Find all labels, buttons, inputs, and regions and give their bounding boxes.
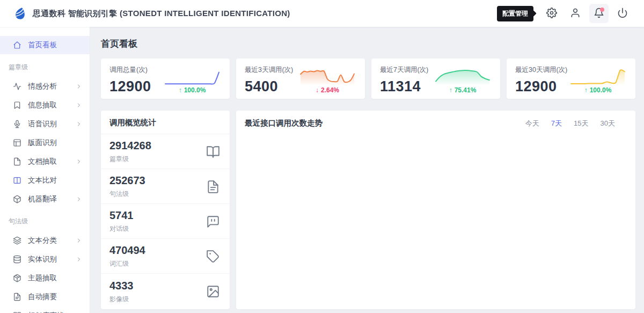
overview-row-text: 252673句法级 <box>109 174 145 199</box>
stat-card-value: 5400 <box>245 78 293 95</box>
header-actions: 配置管理 <box>497 4 632 23</box>
overview-label: 句法级 <box>109 190 145 199</box>
overview-label: 影像级 <box>109 295 134 304</box>
overview-row-text: 2914268篇章级 <box>109 140 151 164</box>
overview-row-text: 5741对话级 <box>109 209 134 234</box>
overview-row-text: 470494词汇级 <box>109 244 145 268</box>
message-icon <box>206 215 220 229</box>
overview-panel: 调用概览统计 2914268篇章级252673句法级5741对话级470494词… <box>101 111 230 309</box>
sidebar-item[interactable]: 主题抽取 <box>0 269 90 287</box>
chart-filter-30天[interactable]: 30天 <box>601 119 615 128</box>
trend-arrow-icon: ↑ <box>584 86 588 94</box>
chevron-right-icon <box>76 121 82 127</box>
app-title: 思通数科 智能识别引擎 (STONEDT INTELLIGENT IDENTIF… <box>33 9 290 19</box>
file-text-icon <box>206 180 220 194</box>
sidebar-section-label: 句法级 <box>0 209 90 231</box>
app-header: 思通数科 智能识别引擎 (STONEDT INTELLIGENT IDENTIF… <box>0 0 644 27</box>
stat-card-trend: ↓2.64% <box>316 86 339 94</box>
sidebar-item[interactable]: 信息抽取 <box>0 96 90 114</box>
book-open-icon <box>206 145 220 159</box>
chevron-right-icon <box>76 196 82 202</box>
chart-filter-7天[interactable]: 7天 <box>551 119 562 128</box>
mic-icon <box>13 120 21 128</box>
overview-row: 5741对话级 <box>101 204 230 239</box>
layers-icon <box>13 236 21 245</box>
overview-label: 篇章级 <box>109 155 151 164</box>
trend-chart-panel: 最近接口调用次数走势 今天7天15天30天 0次500次1000次1500次20… <box>236 111 635 309</box>
sidebar-item-label: 主题抽取 <box>28 273 57 283</box>
overview-row: 470494词汇级 <box>101 239 230 274</box>
settings-button[interactable] <box>542 4 561 23</box>
sidebar-item-label: 信息抽取 <box>28 100 57 110</box>
stat-card: 最近30天调用(次)12900↑100.0% <box>507 59 635 99</box>
activity-icon <box>13 82 21 91</box>
sidebar-item-label: 情感分析 <box>28 82 57 91</box>
file-text-icon <box>13 293 21 301</box>
stat-card-trend: ↑100.0% <box>584 86 612 94</box>
stat-card-trend: ↑75.41% <box>449 86 477 94</box>
stat-card-sparkline: ↑75.41% <box>434 65 492 93</box>
chart-period-filters: 今天7天15天30天 <box>525 119 627 128</box>
app-logo-icon <box>14 7 27 20</box>
stat-card: 最近3天调用(次)5400↓2.64% <box>236 59 365 99</box>
layout-icon <box>13 139 21 147</box>
trend-percent: 2.64% <box>321 86 339 94</box>
sidebar-item[interactable]: 情感分析 <box>0 77 90 96</box>
overview-value: 470494 <box>109 244 145 257</box>
sidebar-item[interactable]: 版面识别 <box>0 134 90 152</box>
chart-filter-15天[interactable]: 15天 <box>574 119 588 128</box>
logout-button[interactable] <box>613 4 632 23</box>
stat-card-sparkline: ↓2.64% <box>298 65 356 93</box>
chevron-right-icon <box>76 237 82 244</box>
stat-card-label: 最近30天调用(次) <box>515 65 567 75</box>
bookmark-icon <box>13 101 21 110</box>
sidebar-item[interactable]: 首页看板 <box>0 36 90 54</box>
chevron-right-icon <box>76 102 82 108</box>
sidebar-item-label: 自动摘要 <box>28 292 57 302</box>
overview-value: 4333 <box>109 280 134 292</box>
sidebar-item[interactable]: 实体识别 <box>0 250 90 268</box>
columns-icon <box>13 176 21 185</box>
stat-card-sparkline: ↑100.0% <box>569 65 627 93</box>
stat-card: 调用总量(次)12900↑100.0% <box>101 59 230 99</box>
package-icon <box>13 274 21 282</box>
overview-value: 2914268 <box>109 140 151 152</box>
sidebar-item[interactable]: 文本分类 <box>0 231 90 250</box>
stat-card-left: 最近30天调用(次)12900 <box>515 65 567 93</box>
sidebar-item[interactable]: 文本比对 <box>0 171 90 190</box>
sidebar-item-label: 文本分类 <box>28 236 57 245</box>
sidebar-item-label: 文本比对 <box>28 176 57 185</box>
sidebar-item[interactable]: 相似度查找 <box>0 307 90 313</box>
overview-panel-title: 调用概览统计 <box>101 111 230 134</box>
sidebar-item[interactable]: 语音识别 <box>0 115 90 133</box>
settings-icon <box>546 8 557 20</box>
overview-row: 4333影像级 <box>101 274 230 309</box>
file-icon <box>13 157 21 166</box>
chart-filter-今天[interactable]: 今天 <box>525 119 539 128</box>
sidebar-item-label: 首页看板 <box>28 40 57 50</box>
chevron-right-icon <box>76 158 82 165</box>
overview-row-text: 4333影像级 <box>109 280 134 304</box>
trend-chart: 0次500次1000次1500次2000次2500次2024-11-14日202… <box>245 129 627 304</box>
stat-card: 最近7天调用(次)11314↑75.41% <box>371 59 500 99</box>
sidebar-item[interactable]: 自动摘要 <box>0 288 90 306</box>
user-icon <box>570 8 581 20</box>
stat-card-left: 调用总量(次)12900 <box>109 65 151 93</box>
trend-chart-svg: 0次500次1000次1500次2000次2500次2024-11-14日202… <box>245 129 627 294</box>
overview-label: 词汇级 <box>109 259 145 268</box>
chart-title: 最近接口调用次数走势 <box>245 118 323 128</box>
stat-card-left: 最近7天调用(次)11314 <box>380 65 428 93</box>
user-button[interactable] <box>566 4 585 23</box>
stat-card-value: 12900 <box>109 78 151 95</box>
overview-label: 对话级 <box>109 224 134 234</box>
notifications-button[interactable] <box>589 4 609 23</box>
sidebar: 首页看板篇章级情感分析信息抽取语音识别版面识别文档抽取文本比对机器翻译句法级文本… <box>0 27 90 313</box>
trend-percent: 75.41% <box>455 86 477 94</box>
tag-icon <box>206 250 220 264</box>
sidebar-item[interactable]: 机器翻译 <box>0 190 90 208</box>
stat-card-label: 调用总量(次) <box>109 65 151 75</box>
sidebar-item[interactable]: 文档抽取 <box>0 152 90 171</box>
trend-arrow-icon: ↑ <box>449 86 452 94</box>
stat-card-value: 11314 <box>380 78 428 95</box>
stat-card-label: 最近3天调用(次) <box>245 65 293 75</box>
